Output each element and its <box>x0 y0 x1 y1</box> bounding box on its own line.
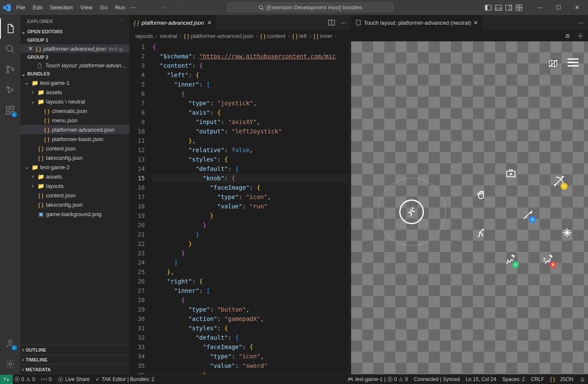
tree-item[interactable]: { }platformer-advanced.json <box>20 125 130 134</box>
status-connection[interactable]: Connected | Synced <box>414 376 460 382</box>
sword-button[interactable]: X <box>522 209 533 220</box>
tree-item[interactable]: { }context.json <box>20 191 130 200</box>
close-icon[interactable]: ✕ <box>28 45 33 52</box>
tab-json-file[interactable]: { } platformer-advanced.json ✕ <box>130 15 216 30</box>
status-tak-editor[interactable]: ✓TAK Editor | Bundles: 2 <box>95 376 154 382</box>
metadata-header[interactable]: ›METADATA <box>20 364 130 374</box>
command-center[interactable]: [Extension Development Host] bundles <box>227 3 393 12</box>
toggle-secondary-icon[interactable] <box>505 4 512 11</box>
toggle-panel-icon[interactable] <box>495 4 502 11</box>
open-editor-item[interactable]: ✕{ }platformer-advanced.json test-g… <box>20 44 130 53</box>
nav-forward-icon[interactable]: → <box>175 4 180 11</box>
bow-button[interactable]: Y <box>553 175 565 187</box>
gamepad-b-badge: B <box>550 261 556 268</box>
menu-file[interactable]: File <box>13 2 29 13</box>
tree-item[interactable]: { }cinematic.json <box>20 106 130 115</box>
outline-header[interactable]: ›OUTLINE <box>20 345 130 355</box>
minimize-icon[interactable]: ─ <box>533 1 548 14</box>
breadcrumb-item[interactable]: content <box>267 33 285 39</box>
activity-debug-icon[interactable] <box>0 80 20 100</box>
activity-settings-icon[interactable] <box>0 354 20 374</box>
tree-item[interactable]: ›📁assets <box>20 87 130 97</box>
tree-item[interactable]: ›📁assets <box>20 172 130 181</box>
breadcrumb-item[interactable]: layouts <box>135 33 153 39</box>
timeline-header[interactable]: ›TIMELINE <box>20 355 130 364</box>
activity-scm-icon[interactable] <box>0 59 20 80</box>
joystick-knob[interactable] <box>399 199 424 224</box>
joystick-widget[interactable] <box>378 178 446 246</box>
activity-search-icon[interactable] <box>0 39 20 59</box>
menu-edit[interactable]: Edit <box>29 2 46 13</box>
svg-rect-6 <box>506 5 512 10</box>
status-notifications-icon[interactable] <box>579 376 585 382</box>
breadcrumb-item[interactable]: platformer-advanced.json <box>191 33 254 39</box>
status-language[interactable]: { } JSON <box>550 376 574 382</box>
bundles-header[interactable]: ⌄BUNDLES <box>20 69 130 78</box>
activity-account-icon[interactable]: 1 <box>0 333 20 354</box>
preview-whole-word-icon[interactable] <box>564 32 571 39</box>
tab-label: Touch layout: platformer-advanced (neutr… <box>364 20 471 26</box>
medkit-button[interactable] <box>505 167 516 179</box>
jump-button[interactable]: A <box>504 254 516 266</box>
status-eol[interactable]: CRLF <box>531 376 544 382</box>
open-editor-item[interactable]: Touch layout: platformer-advan… <box>20 61 130 69</box>
breadcrumb-item[interactable]: inner <box>320 33 332 39</box>
file-tree: ⌄📁test-game-1›📁assets⌄📁layouts \ neutral… <box>20 78 130 345</box>
preview-map-icon[interactable] <box>548 58 558 69</box>
grab-button[interactable] <box>476 190 487 200</box>
menu-selection[interactable]: Selection <box>46 2 76 13</box>
activity-explorer-icon[interactable] <box>0 18 20 39</box>
tab-close-icon[interactable]: ✕ <box>473 20 478 26</box>
split-editor-icon[interactable] <box>328 19 335 26</box>
sidebar: EXPLORER ⋯ ⌄OPEN EDITORS GROUP 1✕{ }plat… <box>20 15 130 374</box>
nav-back-icon[interactable]: ← <box>161 4 167 11</box>
tree-item[interactable]: { }context.json <box>20 144 130 153</box>
dash-button[interactable]: B <box>542 254 554 266</box>
status-problems[interactable]: ⓧ0 ⚠0 <box>14 376 35 383</box>
command-center-text: [Extension Development Host] bundles <box>267 4 362 11</box>
layout-grid-icon[interactable] <box>516 4 522 11</box>
tree-item[interactable]: { }menu.json <box>20 115 130 125</box>
breadcrumb-item[interactable]: left <box>300 33 307 39</box>
menu-overflow-icon[interactable]: ⋯ <box>130 4 136 11</box>
svg-rect-3 <box>485 5 487 10</box>
activity-extensions-icon[interactable]: 1 <box>0 100 20 121</box>
tree-item[interactable]: ›📁layouts <box>20 181 130 191</box>
extensions-badge: 1 <box>12 112 17 117</box>
preview-menu-icon[interactable] <box>568 58 579 66</box>
tree-item[interactable]: { }takxconfig.json <box>20 153 130 162</box>
toggle-sidebar-icon[interactable] <box>485 4 492 11</box>
tab-close-icon[interactable]: ✕ <box>207 20 211 26</box>
status-live-share[interactable]: Live Share <box>58 376 89 382</box>
tree-item[interactable]: { }platformer-basic.json <box>20 134 130 144</box>
preview-settings-icon[interactable] <box>577 32 584 39</box>
open-editors-header[interactable]: ⌄OPEN EDITORS <box>20 27 130 36</box>
code-editor[interactable]: { "$schema": "https://raw.githubusercont… <box>153 41 348 374</box>
sparkle-button[interactable] <box>562 227 573 238</box>
close-icon[interactable]: ✕ <box>570 1 585 14</box>
climb-button[interactable] <box>476 228 487 239</box>
status-ports[interactable]: 0 <box>41 376 52 382</box>
status-indent[interactable]: Spaces: 2 <box>502 376 525 382</box>
tree-item[interactable]: ⌄📁layouts \ neutral <box>20 97 130 106</box>
tab-touch-layout[interactable]: Touch layout: platformer-advanced (neutr… <box>351 15 483 30</box>
menu-run[interactable]: Run <box>112 2 129 13</box>
maximize-icon[interactable]: ☐ <box>551 1 566 14</box>
tab-bar-2: Touch layout: platformer-advanced (neutr… <box>351 15 588 30</box>
breadcrumbs[interactable]: layouts›neutral›{ } platformer-advanced.… <box>130 30 351 41</box>
status-game[interactable]: 🎮test-game-1 | ⓧ0 ⚠0 <box>347 376 408 383</box>
menu-go[interactable]: Go <box>97 2 111 13</box>
search-icon <box>258 5 264 11</box>
tab-more-icon[interactable]: ⋯ <box>578 20 584 26</box>
tree-item[interactable]: ▣game-background.png <box>20 209 130 219</box>
breadcrumb-item[interactable]: neutral <box>160 33 177 39</box>
status-cursor-pos[interactable]: Ln 15, Col 24 <box>466 376 496 382</box>
touch-layout-preview: Y X A B <box>351 41 588 374</box>
remote-indicator[interactable] <box>0 375 13 384</box>
tree-item[interactable]: { }takxconfig.json <box>20 200 130 209</box>
tab-more-icon[interactable]: ⋯ <box>341 20 346 26</box>
tree-item[interactable]: ⌄📁test-game-1 <box>20 78 130 87</box>
menu-view[interactable]: View <box>77 2 96 13</box>
tree-item[interactable]: ⌄📁test-game-2 <box>20 162 130 172</box>
sidebar-more-icon[interactable]: ⋯ <box>118 18 123 24</box>
